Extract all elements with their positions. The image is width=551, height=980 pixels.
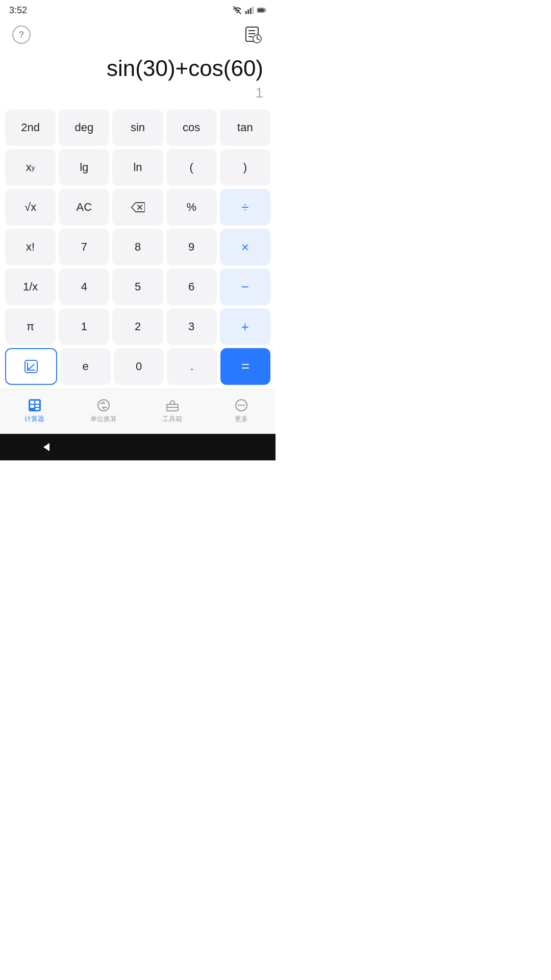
svg-rect-4 <box>252 7 254 14</box>
status-icons <box>233 6 266 15</box>
keypad-row-4: 1/x456− <box>5 268 270 305</box>
nav-calculator-icon <box>28 398 42 412</box>
key-ln[interactable]: ln <box>112 149 163 186</box>
nav-more-icon <box>234 398 248 412</box>
svg-rect-3 <box>250 8 252 14</box>
history-button[interactable] <box>243 24 263 45</box>
key-special[interactable] <box>5 348 57 385</box>
key-power[interactable]: xy <box>5 149 56 186</box>
svg-rect-19 <box>35 401 39 404</box>
svg-point-27 <box>238 404 240 406</box>
key-deg[interactable]: deg <box>59 109 109 146</box>
key-0[interactable]: 0 <box>114 348 164 385</box>
display-result: 1 <box>255 85 263 103</box>
key-2nd[interactable]: 2nd <box>5 109 56 146</box>
key-lg[interactable]: lg <box>59 149 109 186</box>
key-plus[interactable]: + <box>220 308 270 345</box>
key-1[interactable]: 1 <box>59 308 109 345</box>
android-nav-bar <box>0 434 276 460</box>
key-sin[interactable]: sin <box>112 109 163 146</box>
nav-toolbox[interactable]: 工具箱 <box>155 398 190 424</box>
key-5[interactable]: 5 <box>112 268 163 305</box>
key-cos[interactable]: cos <box>166 109 217 146</box>
keypad-row-5: π123+ <box>5 308 270 345</box>
key-open-paren[interactable]: ( <box>166 149 217 186</box>
bottom-nav: 计算器单位换算工具箱更多 <box>0 389 276 434</box>
svg-line-16 <box>28 364 34 370</box>
svg-rect-2 <box>247 10 249 14</box>
nav-toolbox-icon <box>165 398 180 412</box>
key-close-paren[interactable]: ) <box>220 149 270 186</box>
battery-icon <box>257 6 266 15</box>
svg-marker-30 <box>43 443 49 451</box>
keypad-row-6: e0.= <box>5 348 270 385</box>
status-time: 3:52 <box>9 5 27 16</box>
keypad-row-0: 2nddegsincostan <box>5 109 270 146</box>
nav-more-label: 更多 <box>235 414 248 424</box>
key-tan[interactable]: tan <box>220 109 270 146</box>
key-multiply[interactable]: × <box>220 229 270 265</box>
key-percent[interactable]: % <box>166 189 217 226</box>
wifi-icon <box>233 6 242 15</box>
svg-point-28 <box>240 404 242 406</box>
keypad-row-2: √xAC%÷ <box>5 189 270 226</box>
key-4[interactable]: 4 <box>59 268 109 305</box>
svg-rect-18 <box>30 401 34 404</box>
key-backspace[interactable] <box>112 189 163 226</box>
key-divide[interactable]: ÷ <box>220 189 270 226</box>
svg-rect-21 <box>35 405 39 407</box>
keypad-row-1: xylgln() <box>5 149 270 186</box>
help-button[interactable]: ? <box>12 26 31 44</box>
svg-rect-20 <box>30 405 34 408</box>
key-dot[interactable]: . <box>167 348 217 385</box>
key-7[interactable]: 7 <box>59 229 109 265</box>
key-3[interactable]: 3 <box>166 308 217 345</box>
key-pi[interactable]: π <box>5 308 56 345</box>
key-2[interactable]: 2 <box>112 308 163 345</box>
key-9[interactable]: 9 <box>166 229 217 265</box>
history-icon <box>243 25 263 44</box>
svg-rect-6 <box>265 9 266 11</box>
status-bar: 3:52 <box>0 0 276 20</box>
svg-rect-7 <box>258 9 264 12</box>
back-button[interactable] <box>37 438 55 456</box>
key-equals[interactable]: = <box>220 348 270 385</box>
nav-converter-label: 单位换算 <box>90 414 117 424</box>
key-sqrt[interactable]: √x <box>5 189 56 226</box>
keypad: 2nddegsincostanxylgln()√xAC%÷x!789×1/x45… <box>0 105 276 389</box>
key-reciprocal[interactable]: 1/x <box>5 268 56 305</box>
key-ac[interactable]: AC <box>59 189 109 226</box>
keypad-row-3: x!789× <box>5 229 270 265</box>
nav-calculator[interactable]: 计算器 <box>17 398 53 424</box>
svg-rect-22 <box>35 408 39 410</box>
key-factorial[interactable]: x! <box>5 229 56 265</box>
top-bar: ? <box>0 20 276 49</box>
svg-point-23 <box>98 400 109 411</box>
svg-point-29 <box>243 404 245 406</box>
key-6[interactable]: 6 <box>166 268 217 305</box>
home-button[interactable] <box>129 438 147 456</box>
nav-toolbox-label: 工具箱 <box>162 414 182 424</box>
svg-rect-1 <box>245 11 247 14</box>
display-expression: sin(30)+cos(60) <box>107 56 263 82</box>
key-e[interactable]: e <box>60 348 110 385</box>
nav-more[interactable]: 更多 <box>223 398 259 424</box>
display: sin(30)+cos(60) 1 <box>0 49 276 105</box>
signal-icon <box>245 6 254 15</box>
key-8[interactable]: 8 <box>112 229 163 265</box>
nav-converter-icon <box>96 398 111 412</box>
nav-converter[interactable]: 单位换算 <box>86 398 121 424</box>
key-minus[interactable]: − <box>220 268 270 305</box>
recents-button[interactable] <box>220 438 239 456</box>
nav-calculator-label: 计算器 <box>24 414 44 424</box>
